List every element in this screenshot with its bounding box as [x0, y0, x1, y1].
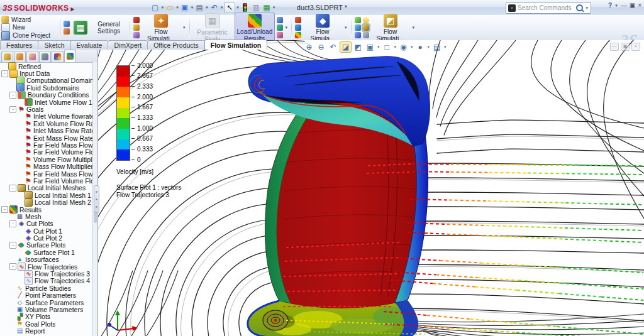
tab-sketch[interactable]: Sketch [38, 40, 70, 50]
word-report-tool-icon[interactable] [355, 32, 361, 38]
flow-tools-caret-icon[interactable]: ▾ [183, 25, 186, 30]
viewport-close-icon[interactable]: × [631, 43, 640, 51]
apply-scene-icon[interactable]: ▤ [431, 42, 442, 52]
tree-item[interactable]: Computational Domain [0, 77, 93, 84]
tree-item[interactable]: Point Parameters [0, 292, 93, 299]
tree-item[interactable]: Local Initial Mesh 1 [0, 192, 93, 198]
configurationmanager-tab-tab[interactable] [26, 51, 38, 62]
undo-icon-caret[interactable]: ▾ [221, 5, 223, 10]
propertymanager-tab-tab[interactable] [14, 51, 26, 62]
select-icon-caret[interactable]: ▾ [236, 5, 239, 10]
tree-item[interactable]: Cut Plot 2 [0, 234, 93, 241]
select-icon[interactable]: ↖ [224, 2, 235, 13]
flow-display-caret-icon[interactable]: ▾ [413, 25, 415, 30]
flow-simulation-tab-tab[interactable] [64, 50, 76, 62]
tree-item[interactable]: Isosurfaces [0, 256, 93, 263]
tree-item[interactable]: Report [0, 327, 93, 334]
tree-item[interactable]: XY Plots [0, 313, 93, 320]
surface-plot-tool-icon[interactable] [295, 24, 301, 31]
tree-item[interactable]: Goal Plots [0, 320, 93, 327]
viewport-restore-icon[interactable]: ▣ [621, 43, 630, 51]
tree-item[interactable]: -Surface Plots [0, 242, 93, 249]
expand-toggle[interactable]: - [9, 220, 16, 227]
expand-toggle[interactable]: - [9, 106, 16, 113]
load-unload-results-button[interactable]: ​ Load/Unload Results [235, 13, 275, 43]
view-orientation-icon[interactable]: ▣ [365, 42, 375, 52]
results-caret-icon[interactable]: ▾ [286, 25, 288, 30]
tab-evaluate[interactable]: Evaluate [70, 40, 109, 50]
file-properties-icon-caret[interactable]: ▾ [273, 5, 275, 10]
expand-toggle[interactable]: - [9, 242, 16, 249]
file-properties-icon[interactable]: ▦ [262, 3, 272, 13]
flow-display-button[interactable]: ◩ Flow Simulati... [371, 13, 410, 43]
section-view-icon[interactable]: ◪ [340, 41, 352, 53]
tree-item[interactable]: Far Field Volume Flow N [0, 177, 93, 184]
tree-item[interactable]: Flow Trajectories 3 [0, 270, 93, 277]
graphics-area[interactable]: ⊕⊖↶◪◩▣▾□▾◉▾●▾▤▾ —▣× Velocity [m/s] Surfa… [97, 40, 644, 336]
hide-show-items-icon[interactable]: ◉ [398, 42, 409, 52]
tree-item[interactable]: Refined [0, 63, 93, 70]
tree-item[interactable]: Volume Flow Multiplier [0, 156, 93, 163]
cut-plot-tool-icon[interactable] [295, 17, 301, 23]
new-project-button[interactable]: ​ New [1, 24, 57, 31]
search-commands-box[interactable]: › Search Commands ▾ [506, 2, 591, 14]
surface-display-icon[interactable] [363, 24, 369, 31]
expand-toggle[interactable]: - [9, 263, 16, 270]
save-icon-caret[interactable]: ▾ [191, 5, 194, 10]
edit-appearance-icon[interactable]: ● [415, 42, 426, 52]
tree-item[interactable]: Far Field Volume Flow [0, 149, 93, 156]
parametric-study-button[interactable]: ▦ Parametric Study [193, 13, 232, 43]
close-icon[interactable]: × [638, 3, 641, 9]
tree-item[interactable]: Volume Parameters [0, 306, 93, 313]
viewport-minimize-icon[interactable]: — [610, 43, 619, 51]
flow-results-caret-icon[interactable]: ▾ [345, 25, 347, 30]
xy-plot-tool-icon[interactable] [355, 17, 361, 23]
tree-item[interactable]: Cut Plot 1 [0, 227, 93, 234]
tree-item[interactable]: Inlet Volume Flow 1 [0, 99, 93, 106]
restore-icon[interactable]: ▣ [630, 3, 635, 9]
lightbulb-icon[interactable] [363, 17, 369, 23]
tree-item[interactable]: -Cut Plots [0, 220, 93, 227]
hide-show-items-icon-caret[interactable]: ▾ [411, 45, 413, 50]
print-icon[interactable]: ▤ [194, 3, 204, 13]
tree-item[interactable]: -Local Initial Meshes [0, 185, 93, 192]
results-tool-1-icon[interactable] [277, 17, 283, 23]
tree-item[interactable]: Surface Parameters [0, 299, 93, 306]
expand-toggle[interactable]: - [9, 185, 16, 192]
undo-icon[interactable]: ↶ [209, 3, 219, 13]
flow-simulation-tools-button[interactable]: ✦ Flow Simulati... [142, 13, 180, 43]
display-style-icon[interactable]: □ [382, 42, 392, 52]
flow-results-button[interactable]: ◆ Flow Simula... [303, 13, 342, 43]
tree-item[interactable]: -Flow Trajectories [0, 263, 93, 270]
displaymanager-tab-tab[interactable] [52, 51, 64, 62]
tree-item[interactable]: Inlet Mass Flow Rate [0, 127, 93, 134]
zoom-to-fit-icon[interactable]: ⊕ [304, 42, 314, 52]
tree-item[interactable]: -Input Data [0, 70, 93, 77]
tab-features[interactable]: Features [0, 40, 38, 50]
search-input[interactable]: Search Commands [518, 4, 574, 11]
goggles-icon[interactable] [363, 32, 369, 38]
general-settings-button[interactable]: ▦ [72, 20, 89, 35]
mesh-tool-icon[interactable] [133, 24, 140, 31]
apply-scene-icon-caret[interactable]: ▾ [444, 45, 447, 50]
tab-office-products[interactable]: Office Products [147, 40, 205, 50]
tree-item[interactable]: Exit Volume Flow Rate [0, 120, 93, 127]
isosurface-tool-icon[interactable] [295, 32, 301, 38]
units-icon[interactable] [64, 28, 70, 35]
menu-flyout-icon[interactable]: ▶ [71, 6, 75, 12]
open-file-icon[interactable]: ▭ [165, 3, 175, 13]
print-icon-caret[interactable]: ▾ [206, 5, 208, 10]
panel-splitter-handle[interactable] [94, 185, 99, 213]
display-style-icon-caret[interactable]: ▾ [394, 45, 397, 50]
options-icon[interactable]: ▥ [251, 3, 261, 13]
goals-tool-icon[interactable] [133, 17, 140, 23]
previous-view-icon[interactable]: ↶ [328, 42, 338, 52]
expand-toggle[interactable]: - [1, 206, 8, 213]
clone-project-button[interactable]: ​ Clone Project [1, 32, 57, 40]
tree-item[interactable]: Far Field Mass Flow Rat [0, 141, 93, 148]
wizard-button[interactable]: ​ Wizard [1, 16, 57, 23]
new-file-icon-caret[interactable]: ▾ [162, 5, 164, 10]
new-file-icon[interactable]: ▢ [150, 3, 160, 13]
tree-item[interactable]: -Results [0, 206, 93, 213]
results-tool-3-icon[interactable] [277, 32, 283, 38]
